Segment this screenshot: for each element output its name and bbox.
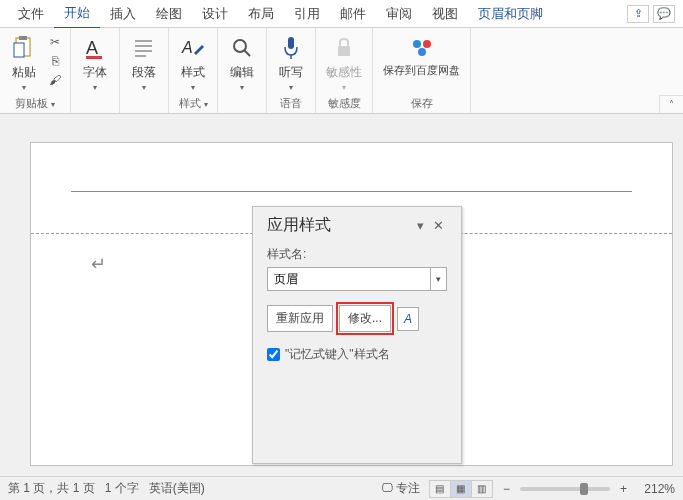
- search-icon: [228, 34, 256, 62]
- svg-text:A: A: [181, 39, 193, 56]
- tab-file[interactable]: 文件: [8, 0, 54, 28]
- chevron-down-icon[interactable]: ▾: [430, 268, 446, 290]
- read-mode-icon[interactable]: ▤: [429, 480, 451, 498]
- tab-draw[interactable]: 绘图: [146, 0, 192, 28]
- cut-icon[interactable]: ✂: [46, 34, 64, 50]
- paragraph-mark: ↵: [91, 253, 106, 275]
- lock-icon: [330, 34, 358, 62]
- tab-home[interactable]: 开始: [54, 0, 100, 29]
- autocomplete-checkbox-row[interactable]: "记忆式键入"样式名: [267, 346, 447, 363]
- group-font: A 字体 ▾: [71, 28, 120, 113]
- zoom-in-button[interactable]: +: [620, 482, 627, 496]
- ribbon: 粘贴 ▾ ✂ ⎘ 🖌 剪贴板 A 字体 ▾ 段落 ▾: [0, 28, 683, 114]
- status-bar: 第 1 页，共 1 页 1 个字 英语(美国) 🖵 专注 ▤ ▦ ▥ − + 2…: [0, 476, 683, 500]
- word-count[interactable]: 1 个字: [105, 480, 139, 497]
- styles-a-icon: A: [404, 312, 412, 326]
- save-group-label: 保存: [411, 94, 433, 111]
- zoom-level[interactable]: 212%: [637, 482, 675, 496]
- pane-title: 应用样式: [267, 215, 411, 236]
- copy-icon[interactable]: ⎘: [46, 53, 64, 69]
- web-layout-icon[interactable]: ▥: [471, 480, 493, 498]
- apply-styles-pane: 应用样式 ▾ ✕ 样式名: ▾ 重新应用 修改... A "记忆式键入"样式名: [252, 206, 462, 464]
- svg-text:A: A: [86, 38, 98, 58]
- svg-point-16: [423, 40, 431, 48]
- group-save: 保存到百度网盘 保存: [373, 28, 471, 113]
- font-icon: A: [81, 34, 109, 62]
- tab-bar: 文件 开始 插入 绘图 设计 布局 引用 邮件 审阅 视图 页眉和页脚 ⇪ 💬: [0, 0, 683, 28]
- style-name-combo[interactable]: ▾: [267, 267, 447, 291]
- tab-references[interactable]: 引用: [284, 0, 330, 28]
- header-rule: [71, 191, 632, 192]
- tab-view[interactable]: 视图: [422, 0, 468, 28]
- svg-line-11: [244, 50, 250, 56]
- tab-layout[interactable]: 布局: [238, 0, 284, 28]
- styles-group-label[interactable]: 样式: [179, 94, 208, 111]
- share-icon[interactable]: ⇪: [627, 5, 649, 23]
- save-baidu-button[interactable]: 保存到百度网盘: [379, 32, 464, 79]
- page-info[interactable]: 第 1 页，共 1 页: [8, 480, 95, 497]
- zoom-thumb[interactable]: [580, 483, 588, 495]
- paste-button[interactable]: 粘贴 ▾: [6, 32, 42, 94]
- tab-insert[interactable]: 插入: [100, 0, 146, 28]
- tab-design[interactable]: 设计: [192, 0, 238, 28]
- autocomplete-label: "记忆式键入"样式名: [285, 346, 390, 363]
- view-buttons: ▤ ▦ ▥: [430, 480, 493, 498]
- group-styles: A 样式 ▾ 样式: [169, 28, 218, 113]
- font-button[interactable]: A 字体 ▾: [77, 32, 113, 94]
- svg-rect-2: [14, 43, 24, 57]
- svg-rect-12: [288, 37, 294, 49]
- zoom-slider[interactable]: [520, 487, 610, 491]
- svg-rect-1: [19, 36, 27, 40]
- language[interactable]: 英语(美国): [149, 480, 205, 497]
- zoom-out-button[interactable]: −: [503, 482, 510, 496]
- group-sensitivity: 敏感性 ▾ 敏感度: [316, 28, 373, 113]
- autocomplete-checkbox[interactable]: [267, 348, 280, 361]
- styles-icon: A: [179, 34, 207, 62]
- print-layout-icon[interactable]: ▦: [450, 480, 472, 498]
- tab-mailings[interactable]: 邮件: [330, 0, 376, 28]
- format-painter-icon[interactable]: 🖌: [46, 72, 64, 88]
- styles-pane-button[interactable]: A: [397, 307, 419, 331]
- sensitivity-button[interactable]: 敏感性 ▾: [322, 32, 366, 94]
- close-icon[interactable]: ✕: [429, 217, 447, 235]
- group-clipboard: 粘贴 ▾ ✂ ⎘ 🖌 剪贴板: [0, 28, 71, 113]
- dictate-button[interactable]: 听写 ▾: [273, 32, 309, 94]
- svg-rect-4: [86, 56, 102, 59]
- tab-header-footer[interactable]: 页眉和页脚: [468, 0, 553, 28]
- baidu-icon: [408, 34, 436, 62]
- focus-mode[interactable]: 🖵 专注: [381, 480, 420, 497]
- tab-review[interactable]: 审阅: [376, 0, 422, 28]
- paragraph-icon: [130, 34, 158, 62]
- editing-button[interactable]: 编辑 ▾: [224, 32, 260, 94]
- clipboard-label[interactable]: 剪贴板: [15, 94, 55, 111]
- mic-icon: [277, 34, 305, 62]
- collapse-ribbon-button[interactable]: ˄: [659, 95, 683, 113]
- pane-options-icon[interactable]: ▾: [411, 217, 429, 235]
- style-name-label: 样式名:: [267, 246, 447, 263]
- style-name-input[interactable]: [268, 268, 430, 290]
- svg-point-17: [418, 48, 426, 56]
- svg-rect-14: [338, 46, 350, 56]
- paragraph-button[interactable]: 段落 ▾: [126, 32, 162, 94]
- comments-icon[interactable]: 💬: [653, 5, 675, 23]
- group-voice: 听写 ▾ 语音: [267, 28, 316, 113]
- styles-button[interactable]: A 样式 ▾: [175, 32, 211, 94]
- sensitivity-group-label: 敏感度: [328, 94, 361, 111]
- reapply-button[interactable]: 重新应用: [267, 305, 333, 332]
- paste-icon: [10, 34, 38, 62]
- group-paragraph: 段落 ▾: [120, 28, 169, 113]
- group-editing: 编辑 ▾: [218, 28, 267, 113]
- modify-button[interactable]: 修改...: [339, 305, 391, 332]
- voice-group-label: 语音: [280, 94, 302, 111]
- svg-point-15: [413, 40, 421, 48]
